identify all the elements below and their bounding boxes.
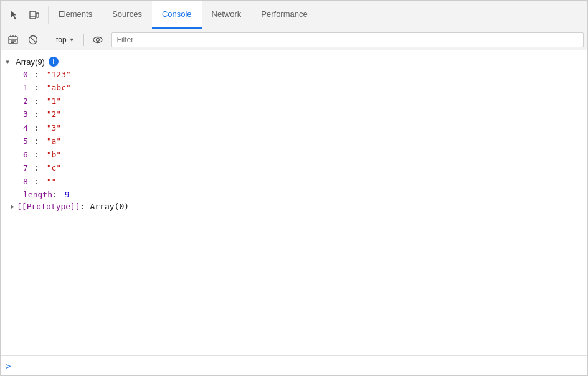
entry-index-6: 6 (23, 148, 34, 161)
eye-icon[interactable] (89, 32, 107, 48)
entry-value-5: "a" (47, 134, 61, 148)
separator-2 (83, 34, 84, 46)
chevron-down-icon: ▼ (69, 37, 75, 43)
list-item: 1 : "abc" (21, 81, 587, 94)
entry-index-5: 5 (23, 134, 34, 148)
entry-value-4: "3" (47, 121, 61, 134)
length-colon: : (52, 188, 62, 201)
info-badge[interactable]: i (49, 57, 59, 67)
device-icon[interactable] (26, 6, 43, 24)
svg-line-11 (30, 37, 36, 43)
clear-console-icon[interactable] (4, 32, 22, 48)
list-item: 8 : "" (21, 175, 587, 188)
entry-value-2: "1" (47, 95, 61, 108)
tab-network[interactable]: Network (202, 1, 252, 29)
console-input[interactable] (13, 361, 582, 370)
entry-value-1: "abc" (47, 81, 71, 94)
context-selector[interactable]: top ▼ (52, 34, 78, 45)
entry-index-1: 1 (23, 81, 34, 94)
console-toolbar: top ▼ (1, 29, 587, 50)
colon-7: : (34, 161, 44, 174)
colon-0: : (34, 68, 44, 81)
array-length-row: length : 9 (21, 188, 587, 201)
entry-value-0: "123" (47, 68, 71, 81)
entry-index-7: 7 (23, 161, 34, 174)
list-item: 3 : "2" (21, 108, 587, 121)
console-output: ▼ Array(9) i 0 : "123" 1 : "abc" 2 : "1" (1, 50, 587, 376)
toolbar-icon-group (1, 6, 49, 24)
entry-index-2: 2 (23, 95, 34, 108)
colon-3: : (34, 108, 44, 121)
cursor-icon[interactable] (6, 6, 23, 24)
list-item: 6 : "b" (21, 148, 587, 161)
entry-index-3: 3 (23, 108, 34, 121)
array-entries: 0 : "123" 1 : "abc" 2 : "1" 3 : "2" 4 (1, 68, 587, 201)
colon-2: : (34, 95, 44, 108)
filter-input[interactable] (111, 32, 584, 47)
entry-value-7: "c" (47, 161, 61, 174)
tab-performance[interactable]: Performance (251, 1, 317, 29)
list-item: 7 : "c" (21, 161, 587, 174)
devtools-window: Elements Sources Console Network Perform… (0, 0, 588, 376)
length-key: length (23, 188, 52, 201)
svg-point-12 (93, 37, 102, 42)
expand-triangle-icon: ▼ (6, 59, 12, 65)
array-header[interactable]: ▼ Array(9) i (1, 55, 587, 68)
entry-index-8: 8 (23, 175, 34, 188)
console-prompt[interactable]: > (1, 355, 587, 375)
block-icon[interactable] (24, 32, 42, 48)
prototype-type: : Array(0) (80, 202, 129, 211)
list-item: 5 : "a" (21, 134, 587, 148)
svg-point-13 (96, 38, 99, 41)
tab-elements[interactable]: Elements (49, 1, 102, 29)
entry-value-6: "b" (47, 148, 61, 161)
svg-rect-0 (30, 11, 36, 19)
colon-6: : (34, 148, 44, 161)
main-tabs: Elements Sources Console Network Perform… (49, 1, 318, 29)
separator-1 (47, 34, 47, 46)
entry-value-8: "" (47, 175, 57, 188)
list-item: 4 : "3" (21, 121, 587, 134)
list-item: 0 : "123" (21, 68, 587, 81)
list-item: 2 : "1" (21, 95, 587, 108)
colon-5: : (34, 134, 44, 148)
context-label: top (56, 35, 67, 44)
colon-4: : (34, 121, 44, 134)
colon-8: : (34, 175, 44, 188)
prompt-chevron-icon: > (6, 361, 11, 371)
entry-value-3: "2" (47, 108, 61, 121)
array-title: Array(9) (16, 57, 45, 67)
tab-sources[interactable]: Sources (102, 1, 152, 29)
entry-index-0: 0 (23, 68, 34, 81)
prototype-row[interactable]: ▶ [[Prototype]] : Array(0) (1, 201, 587, 212)
tab-bar: Elements Sources Console Network Perform… (1, 1, 587, 29)
colon-1: : (34, 81, 44, 94)
prototype-triangle-icon: ▶ (11, 203, 14, 210)
prototype-label: [[Prototype]] (17, 202, 80, 211)
tab-console[interactable]: Console (152, 1, 202, 29)
svg-rect-1 (36, 13, 39, 17)
length-value: 9 (65, 188, 70, 201)
entry-index-4: 4 (23, 121, 34, 134)
